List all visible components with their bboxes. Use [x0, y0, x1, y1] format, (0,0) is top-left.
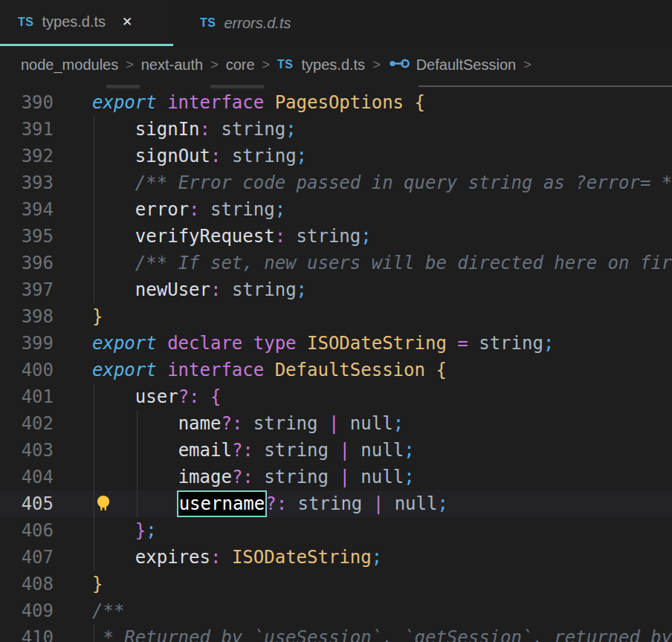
line-number[interactable]: 405 — [0, 490, 92, 517]
code-token: PagesOptions — [275, 92, 415, 113]
code-token: verifyRequest — [135, 226, 275, 247]
code-token: export — [92, 92, 167, 113]
line-number[interactable]: 406 — [0, 517, 92, 544]
breadcrumb-item-next-auth[interactable]: next-auth — [141, 56, 203, 74]
code-line-406[interactable]: 406}; — [0, 517, 672, 544]
tab-types-d-ts[interactable]: TS types.d.ts ✕ — [0, 0, 173, 46]
code-token: | — [329, 413, 339, 434]
code-line-407[interactable]: 407expires: ISODateString; — [0, 544, 672, 571]
breadcrumb-separator: > — [126, 57, 134, 73]
line-number[interactable]: 402 — [0, 410, 92, 437]
code-token: } — [92, 306, 103, 327]
code-token: /** — [92, 600, 124, 621]
code-token: export — [92, 360, 167, 380]
code-token: : — [210, 279, 221, 300]
code-line-405[interactable]: 405username?: string | null; — [0, 490, 672, 517]
code-token: type — [253, 333, 307, 354]
code-line-395[interactable]: 395verifyRequest: string; — [0, 223, 672, 250]
code-token: | — [373, 493, 384, 514]
interface-symbol-icon — [388, 57, 410, 73]
code-line-409[interactable]: 409/** — [0, 597, 672, 624]
tab-bar: TS types.d.ts ✕ TS errors.d.ts — [0, 0, 672, 46]
rename-highlight[interactable]: username — [177, 490, 268, 517]
line-number[interactable]: 407 — [0, 544, 92, 571]
tab-label: types.d.ts — [42, 13, 106, 30]
code-token: | — [339, 467, 349, 487]
code-line-403[interactable]: 403email?: string | null; — [0, 437, 672, 464]
editor-window: TS types.d.ts ✕ TS errors.d.ts node_modu… — [0, 0, 672, 642]
breadcrumb-item-defaultsession[interactable]: DefaultSession — [416, 56, 517, 74]
code-text: * Returned by `useSession`, `getSession`… — [92, 624, 672, 642]
code-token: string — [253, 467, 340, 487]
tab-errors-d-ts[interactable]: TS errors.d.ts — [182, 0, 304, 46]
code-token: signOut — [135, 146, 210, 166]
code-token: } — [92, 574, 103, 594]
line-number[interactable]: 399 — [0, 330, 92, 357]
breadcrumb-item-core[interactable]: core — [226, 56, 255, 74]
close-icon[interactable]: ✕ — [122, 16, 132, 28]
line-number[interactable]: 403 — [0, 437, 92, 464]
line-number[interactable]: 408 — [0, 571, 92, 597]
code-line-396[interactable]: 396/** If set, new users will be directe… — [0, 250, 672, 276]
line-number[interactable]: 397 — [0, 276, 92, 303]
code-line-410[interactable]: 410 * Returned by `useSession`, `getSess… — [0, 624, 672, 642]
code-token: newUser — [135, 279, 210, 300]
code-line-397[interactable]: 397newUser: string; — [0, 276, 672, 303]
code-line-393[interactable]: 393/** Error code passed in query string… — [0, 169, 672, 196]
code-token: ; — [285, 119, 296, 140]
breadcrumb-separator: > — [262, 57, 271, 73]
code-text: username?: string | null; — [92, 490, 672, 517]
line-number[interactable]: 409 — [0, 597, 92, 624]
code-line-399[interactable]: 399export declare type ISODateString = s… — [0, 330, 672, 357]
code-token: ; — [275, 199, 285, 220]
code-text: export interface PagesOptions { — [92, 89, 672, 116]
code-line-392[interactable]: 392signOut: string; — [0, 143, 672, 169]
code-text: user?: { — [92, 383, 672, 410]
code-token: export — [92, 333, 167, 354]
line-number[interactable]: 396 — [0, 250, 92, 276]
code-text: name?: string | null; — [92, 410, 672, 437]
code-line-391[interactable]: 391signIn: string; — [0, 116, 672, 143]
code-token: : — [275, 226, 285, 247]
line-number[interactable]: 393 — [0, 169, 92, 196]
code-area: 390export interface PagesOptions {391sig… — [0, 89, 672, 642]
line-number[interactable]: 398 — [0, 303, 92, 330]
line-number[interactable]: 404 — [0, 464, 92, 490]
clipped-line-underline — [419, 85, 672, 87]
line-number[interactable]: 401 — [0, 383, 92, 410]
line-number[interactable]: 392 — [0, 143, 92, 169]
line-number[interactable]: 410 — [0, 624, 92, 642]
line-number[interactable]: 394 — [0, 196, 92, 223]
code-token: user — [135, 386, 178, 407]
breadcrumb-item-node-modules[interactable]: node_modules — [21, 56, 118, 74]
code-line-402[interactable]: 402name?: string | null; — [0, 410, 672, 437]
code-token: ; — [437, 493, 448, 514]
code-text: email?: string | null; — [92, 437, 672, 464]
code-token: ; — [146, 520, 156, 541]
code-line-400[interactable]: 400export interface DefaultSession { — [0, 357, 672, 383]
line-number[interactable]: 391 — [0, 116, 92, 143]
code-token: null — [339, 413, 392, 434]
line-number[interactable]: 400 — [0, 357, 92, 383]
code-token: ISODateString — [307, 333, 457, 354]
line-number[interactable]: 390 — [0, 89, 92, 116]
breadcrumb: node_modules > next-auth > core > TS typ… — [0, 46, 672, 83]
line-number[interactable]: 395 — [0, 223, 92, 250]
code-line-398[interactable]: 398} — [0, 303, 672, 330]
code-line-390[interactable]: 390export interface PagesOptions { — [0, 89, 672, 116]
code-text: }; — [92, 517, 672, 544]
code-line-394[interactable]: 394error: string; — [0, 196, 672, 223]
code-token: : — [210, 547, 221, 568]
code-token: email — [178, 440, 232, 461]
code-text: signIn: string; — [92, 116, 672, 143]
code-token: : — [200, 119, 210, 140]
code-line-408[interactable]: 408} — [0, 571, 672, 597]
code-editor[interactable]: 390export interface PagesOptions {391sig… — [0, 83, 672, 642]
code-line-404[interactable]: 404image?: string | null; — [0, 464, 672, 490]
typescript-file-icon: TS — [200, 16, 216, 30]
code-text: /** — [92, 597, 672, 624]
code-line-401[interactable]: 401user?: { — [0, 383, 672, 410]
code-token: image — [178, 467, 232, 487]
code-token: string — [285, 226, 361, 247]
breadcrumb-item-types-d-ts[interactable]: types.d.ts — [302, 56, 366, 74]
